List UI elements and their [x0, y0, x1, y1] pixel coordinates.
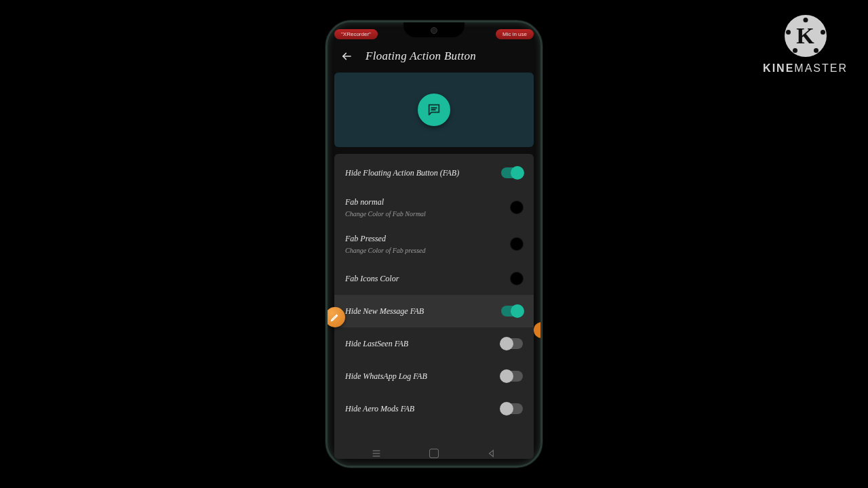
color-swatch[interactable] [511, 238, 523, 250]
svg-marker-6 [489, 450, 493, 456]
settings-row[interactable]: Hide WhatsApp Log FAB [334, 360, 534, 392]
status-pill-recorder: "XRecorder" [334, 29, 378, 39]
nav-home-button[interactable] [428, 447, 440, 460]
pencil-icon [330, 312, 340, 322]
color-swatch[interactable] [511, 272, 523, 285]
row-texts: Hide New Message FAB [345, 306, 424, 317]
row-title: Hide Floating Action Button (FAB) [345, 168, 459, 178]
settings-row[interactable]: Fab Icons Color [334, 262, 534, 295]
row-title: Fab Icons Color [345, 274, 399, 284]
phone-frame: "XRecorder" Mic in use Floating Action B… [326, 20, 542, 468]
row-title: Hide New Message FAB [345, 306, 424, 317]
row-subtitle: Change Color of Fab pressed [345, 247, 426, 254]
arrow-left-icon [340, 50, 353, 62]
row-title: Hide Aero Mods FAB [345, 404, 414, 414]
edit-overlay-button[interactable] [326, 307, 345, 327]
toggle-knob [500, 369, 513, 383]
settings-row[interactable]: Fab PressedChange Color of Fab pressed [334, 226, 534, 262]
page-title: Floating Action Button [366, 49, 476, 63]
row-texts: Fab Icons Color [345, 274, 399, 284]
toggle-switch[interactable] [501, 371, 523, 382]
back-button[interactable] [340, 49, 353, 63]
kinemaster-text: KINEMASTER [763, 62, 848, 75]
settings-row[interactable]: Hide New Message FAB [334, 295, 534, 327]
row-texts: Hide WhatsApp Log FAB [345, 371, 427, 382]
nav-recents-button[interactable] [370, 447, 382, 460]
settings-row[interactable]: Hide Aero Mods FAB [334, 392, 534, 425]
color-swatch[interactable] [511, 201, 523, 214]
app-screen: Floating Action Button Hide Floating Act… [328, 22, 540, 466]
settings-row[interactable]: Fab normalChange Color of Fab Normal [334, 189, 534, 226]
toggle-knob [511, 304, 524, 318]
row-texts: Fab normalChange Color of Fab Normal [345, 197, 426, 218]
toggle-switch[interactable] [501, 403, 523, 414]
toggle-switch[interactable] [501, 306, 523, 317]
kinemaster-logo-icon: K [785, 15, 827, 57]
app-bar: Floating Action Button [328, 43, 540, 73]
row-title: Fab normal [345, 197, 426, 207]
nav-back-button[interactable] [486, 447, 498, 460]
toggle-knob [500, 402, 513, 415]
android-nav-bar [328, 444, 540, 463]
toggle-knob [511, 166, 524, 180]
stage: K KINEMASTER "XRecorder" Mic in use Floa… [0, 0, 868, 488]
kinemaster-watermark: K KINEMASTER [763, 15, 848, 75]
row-texts: Hide LastSeen FAB [345, 339, 408, 349]
settings-row[interactable]: Hide LastSeen FAB [334, 327, 534, 360]
row-title: Hide LastSeen FAB [345, 339, 408, 349]
row-subtitle: Change Color of Fab Normal [345, 210, 426, 218]
status-pill-mic: Mic in use [496, 29, 534, 39]
row-texts: Fab PressedChange Color of Fab pressed [345, 234, 426, 254]
fab-preview-panel [334, 73, 534, 147]
row-title: Fab Pressed [345, 234, 426, 244]
row-texts: Hide Aero Mods FAB [345, 404, 414, 414]
settings-row[interactable]: Hide Floating Action Button (FAB) [334, 157, 534, 189]
phone-notch [403, 22, 465, 37]
fab-preview-button[interactable] [418, 94, 450, 126]
message-icon [427, 102, 441, 117]
toggle-switch[interactable] [501, 338, 523, 349]
toggle-knob [500, 337, 513, 350]
row-title: Hide WhatsApp Log FAB [345, 371, 427, 382]
settings-list[interactable]: Hide Floating Action Button (FAB)Fab nor… [334, 154, 534, 459]
toggle-switch[interactable] [501, 167, 523, 178]
row-texts: Hide Floating Action Button (FAB) [345, 168, 459, 178]
